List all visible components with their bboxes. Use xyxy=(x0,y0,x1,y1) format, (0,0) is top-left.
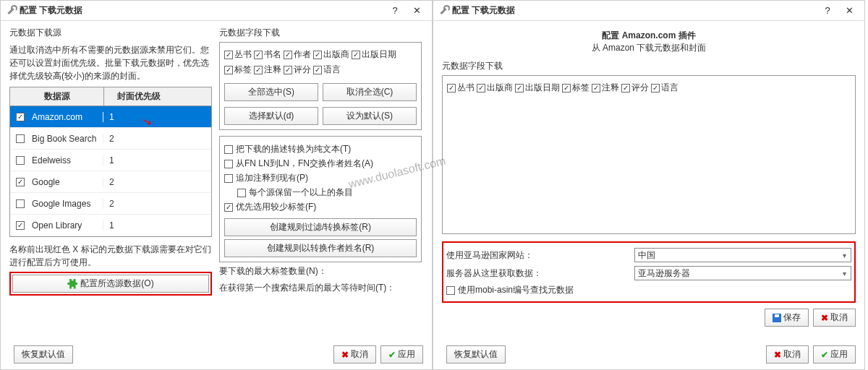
field-item[interactable]: 出版商 xyxy=(477,82,513,94)
source-checkbox[interactable] xyxy=(16,113,25,121)
site-select[interactable]: 中国 xyxy=(634,248,851,262)
table-row[interactable]: Open Library1 xyxy=(10,215,211,236)
field-item[interactable]: 作者 xyxy=(284,48,311,61)
close-button[interactable]: ✕ xyxy=(406,1,427,20)
field-checkbox[interactable] xyxy=(284,51,292,59)
option-checkbox[interactable] xyxy=(224,160,233,168)
set-default-button[interactable]: 设为默认(S) xyxy=(323,107,417,125)
source-checkbox[interactable] xyxy=(16,178,25,186)
option-checkbox[interactable] xyxy=(224,203,233,212)
x-icon: ✖ xyxy=(341,350,349,360)
field-item[interactable]: 评分 xyxy=(284,64,311,76)
field-checkbox[interactable] xyxy=(224,51,233,59)
rule-filter-button[interactable]: 创建规则过滤/转换标签(R) xyxy=(224,218,417,236)
field-label: 丛书 xyxy=(457,82,475,94)
config-button-highlight: 配置所选源数据(O) xyxy=(9,272,212,296)
field-item[interactable]: 标签 xyxy=(562,82,590,94)
field-label: 出版商 xyxy=(487,82,513,94)
select-all-button[interactable]: 全部选中(S) xyxy=(224,83,318,101)
source-priority[interactable]: 2 xyxy=(103,177,171,187)
field-checkbox[interactable] xyxy=(313,66,322,74)
fields-column: 元数据字段下载 丛书书名作者出版商出版日期标签注释评分语言 全部选中(S) 取消… xyxy=(219,27,422,363)
field-checkbox[interactable] xyxy=(313,51,322,59)
source-checkbox[interactable] xyxy=(16,221,25,230)
field-label: 丛书 xyxy=(234,48,252,61)
source-priority[interactable]: 1 xyxy=(103,220,171,231)
field-item[interactable]: 丛书 xyxy=(447,82,475,94)
source-priority[interactable]: 2 xyxy=(103,199,171,209)
field-item[interactable]: 语言 xyxy=(651,82,678,94)
x-icon: ✖ xyxy=(774,350,781,360)
source-priority[interactable]: 1 xyxy=(103,155,171,165)
rule-author-button[interactable]: 创建规则以转换作者姓名(R) xyxy=(224,239,417,257)
mobi-asin-checkbox[interactable] xyxy=(446,286,455,295)
x-icon: ✖ xyxy=(821,313,828,323)
source-checkbox[interactable] xyxy=(16,199,25,208)
field-item[interactable]: 注释 xyxy=(592,82,619,94)
table-row[interactable]: Big Book Search2 xyxy=(10,128,211,150)
help-button[interactable]: ? xyxy=(817,1,838,20)
field-checkbox[interactable] xyxy=(515,84,524,92)
clear-all-button[interactable]: 取消全选(C) xyxy=(323,83,417,101)
field-checkbox[interactable] xyxy=(254,66,263,74)
apply-button[interactable]: ✔应用 xyxy=(813,345,856,363)
option-row[interactable]: 从FN LN到LN，FN交换作者姓名(A) xyxy=(224,158,417,170)
option-row[interactable]: 每个源保留一个以上的条目 xyxy=(224,186,417,199)
source-priority[interactable]: 2 xyxy=(103,134,171,144)
option-label: 把下载的描述转换为纯文本(T) xyxy=(236,143,351,155)
field-item[interactable]: 丛书 xyxy=(224,48,252,61)
field-checkbox[interactable] xyxy=(592,84,600,92)
option-label: 追加注释到现有(P) xyxy=(236,172,308,184)
field-item[interactable]: 标签 xyxy=(224,64,252,76)
configure-source-label: 配置所选源数据(O) xyxy=(80,278,153,290)
field-checkbox[interactable] xyxy=(651,84,660,92)
source-checkbox[interactable] xyxy=(16,134,25,143)
cancel-inner-button[interactable]: ✖取消 xyxy=(813,309,856,327)
field-item[interactable]: 出版日期 xyxy=(515,82,560,94)
field-item[interactable]: 书名 xyxy=(254,48,281,61)
server-select[interactable]: 亚马逊服务器 xyxy=(634,266,851,280)
apply-button[interactable]: ✔应用 xyxy=(380,345,423,363)
field-label: 语言 xyxy=(661,82,678,94)
table-row[interactable]: Google Images2 xyxy=(10,193,211,215)
option-checkbox[interactable] xyxy=(237,189,246,197)
restore-defaults-button[interactable]: 恢复默认值 xyxy=(14,345,73,363)
source-priority[interactable]: 1↘ xyxy=(103,112,171,122)
field-checkbox[interactable] xyxy=(254,51,263,59)
field-checkbox[interactable] xyxy=(352,51,360,59)
field-label: 评分 xyxy=(294,64,311,76)
table-row[interactable]: Google2 xyxy=(10,171,211,193)
field-checkbox[interactable] xyxy=(284,66,292,74)
field-item[interactable]: 出版商 xyxy=(313,48,349,61)
field-checkbox[interactable] xyxy=(224,66,233,74)
select-default-button[interactable]: 选择默认(d) xyxy=(224,107,318,125)
option-row[interactable]: 优先选用较少标签(F) xyxy=(224,201,417,213)
table-row[interactable]: Amazon.com1↘ xyxy=(10,106,211,128)
option-row[interactable]: 把下载的描述转换为纯文本(T) xyxy=(224,143,417,155)
cancel-button[interactable]: ✖取消 xyxy=(333,345,376,363)
field-label: 作者 xyxy=(294,48,311,61)
field-item[interactable]: 语言 xyxy=(313,64,341,76)
option-row[interactable]: 追加注释到现有(P) xyxy=(224,172,417,184)
field-checkbox[interactable] xyxy=(477,84,485,92)
table-row[interactable]: Edelweiss1 xyxy=(10,150,211,171)
configure-source-button[interactable]: 配置所选源数据(O) xyxy=(12,275,209,293)
field-checkbox[interactable] xyxy=(447,84,456,92)
save-button[interactable]: 保存 xyxy=(765,309,809,327)
option-checkbox[interactable] xyxy=(224,145,233,154)
help-button[interactable]: ? xyxy=(384,1,406,20)
field-item[interactable]: 注释 xyxy=(254,64,281,76)
close-button[interactable]: ✕ xyxy=(838,1,860,20)
option-label: 每个源保留一个以上的条目 xyxy=(249,186,353,199)
field-item[interactable]: 评分 xyxy=(621,82,649,94)
source-checkbox[interactable] xyxy=(16,156,25,165)
field-checkbox[interactable] xyxy=(562,84,571,92)
annotation-arrow: ↘ xyxy=(140,113,153,129)
mobi-asin-label: 使用mobi-asin编号查找元数据 xyxy=(458,284,574,296)
max-wait-label: 在获得第一个搜索结果后的最大等待时间(T)： xyxy=(219,282,422,294)
field-item[interactable]: 出版日期 xyxy=(352,48,396,61)
option-checkbox[interactable] xyxy=(224,174,233,183)
field-checkbox[interactable] xyxy=(621,84,630,92)
restore-defaults-button[interactable]: 恢复默认值 xyxy=(446,345,506,363)
cancel-button[interactable]: ✖取消 xyxy=(766,345,809,363)
